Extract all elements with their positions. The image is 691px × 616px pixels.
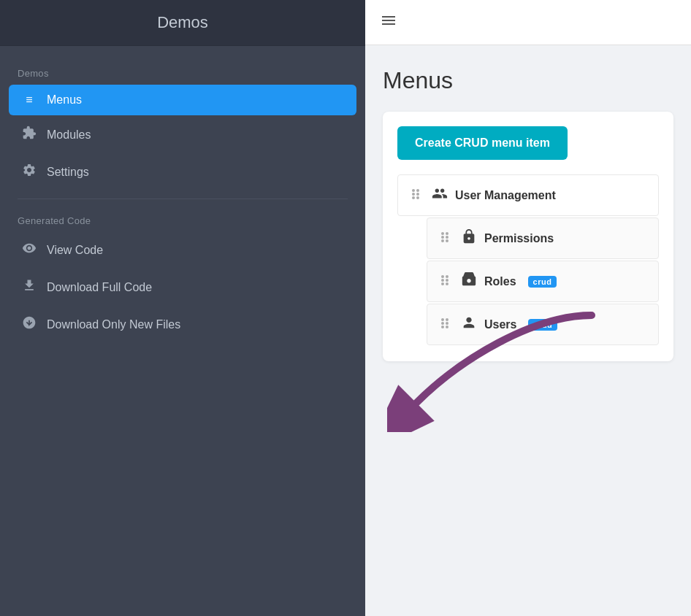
sidebar-section-demos: Demos [9, 61, 356, 85]
sidebar-item-label-settings: Settings [47, 166, 89, 179]
sidebar-item-label-view-code: View Code [47, 244, 103, 257]
roles-icon [461, 272, 477, 291]
create-crud-button[interactable]: Create CRUD menu item [397, 126, 568, 160]
svg-point-15 [446, 279, 448, 282]
permissions-text: Permissions [484, 232, 554, 245]
svg-point-4 [412, 196, 415, 199]
menu-row-roles: Roles crud [427, 261, 659, 302]
user-management-label: User Management [432, 185, 556, 205]
svg-point-21 [446, 322, 448, 325]
page-title: Menus [383, 67, 673, 94]
menu-row-user-management: User Management [397, 174, 659, 216]
sidebar-item-menus[interactable]: ≡ Menus [9, 85, 356, 115]
settings-icon [20, 163, 38, 181]
svg-point-13 [446, 275, 448, 278]
roles-label: Roles crud [461, 272, 557, 291]
sidebar-item-download-full[interactable]: Download Full Code [9, 269, 356, 305]
menu-list: User Management Permissions [397, 174, 659, 347]
sidebar-item-label-menus: Menus [47, 93, 82, 107]
users-label: Users crud [461, 315, 557, 334]
svg-point-14 [441, 279, 444, 282]
users-icon [461, 315, 477, 334]
svg-point-16 [441, 282, 444, 285]
users-text: Users [484, 318, 516, 331]
svg-point-6 [441, 232, 444, 235]
users-badge: crud [528, 319, 557, 331]
download-full-icon [20, 278, 38, 296]
user-management-text: User Management [455, 189, 556, 202]
svg-point-0 [412, 189, 415, 192]
sidebar-item-download-new[interactable]: Download Only New Files [9, 307, 356, 342]
user-management-icon [432, 185, 448, 205]
svg-point-22 [441, 326, 444, 328]
sidebar-section-generated: Generated Code [9, 208, 356, 232]
sidebar-item-label-modules: Modules [47, 128, 91, 142]
menu-row-permissions: Permissions [427, 217, 659, 259]
sidebar-divider [18, 199, 348, 199]
sidebar-title: Demos [157, 13, 208, 31]
svg-point-17 [446, 282, 448, 285]
svg-point-3 [416, 193, 419, 196]
svg-point-5 [416, 196, 419, 199]
drag-handle-users[interactable] [439, 316, 451, 333]
sidebar-header: Demos [0, 0, 365, 46]
roles-badge: crud [528, 276, 557, 288]
sidebar-item-label-download-new: Download Only New Files [47, 318, 180, 331]
svg-point-8 [441, 236, 444, 239]
main-content: Menus Create CRUD menu item User Managem… [365, 0, 691, 616]
sidebar-content: Demos ≡ Menus Modules Settings Generated… [0, 46, 365, 616]
svg-point-23 [446, 326, 448, 328]
svg-point-9 [446, 236, 448, 239]
drag-handle-permissions[interactable] [439, 230, 451, 247]
svg-point-19 [446, 318, 448, 321]
svg-point-12 [441, 275, 444, 278]
svg-point-20 [441, 322, 444, 325]
menu-row-users: Users crud [427, 304, 659, 345]
main-body: Menus Create CRUD menu item User Managem… [365, 45, 691, 616]
sidebar-item-label-download-full: Download Full Code [47, 281, 152, 294]
drag-handle-user-management[interactable] [410, 187, 421, 204]
svg-point-18 [441, 318, 444, 321]
permissions-label: Permissions [461, 228, 554, 248]
svg-point-10 [441, 239, 444, 242]
svg-point-2 [412, 193, 415, 196]
permissions-icon [461, 228, 477, 248]
content-card: Create CRUD menu item User Management [383, 112, 673, 361]
drag-handle-roles[interactable] [439, 273, 451, 290]
sidebar-item-settings[interactable]: Settings [9, 154, 356, 190]
download-new-icon [20, 315, 38, 334]
eye-icon [20, 241, 38, 259]
svg-point-11 [446, 239, 448, 242]
hamburger-icon[interactable] [380, 12, 397, 33]
sidebar-item-modules[interactable]: Modules [9, 117, 356, 153]
modules-icon [20, 126, 38, 144]
menus-icon: ≡ [20, 93, 38, 107]
roles-text: Roles [484, 275, 516, 288]
svg-point-1 [416, 189, 419, 192]
topbar [365, 0, 691, 45]
sidebar-item-view-code[interactable]: View Code [9, 232, 356, 268]
svg-point-7 [446, 232, 448, 235]
sidebar: Demos Demos ≡ Menus Modules Settings Gen… [0, 0, 365, 616]
